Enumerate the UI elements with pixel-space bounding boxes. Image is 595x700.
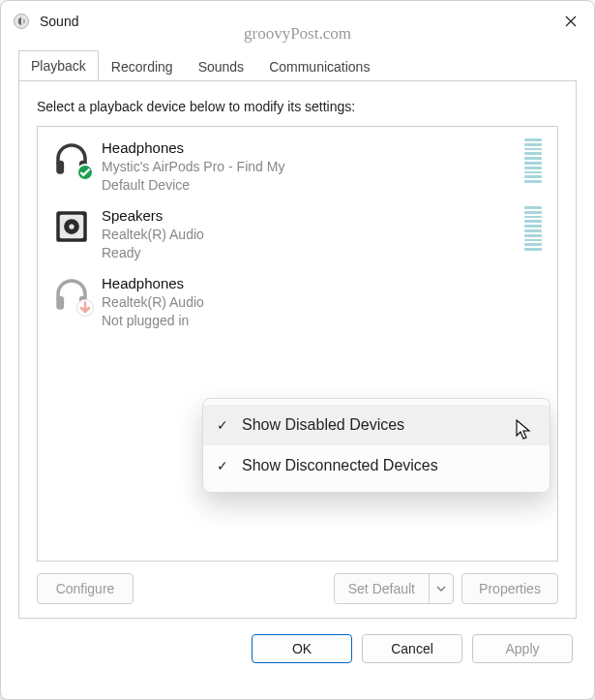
menu-show-disabled-devices[interactable]: ✓ Show Disabled Devices — [203, 405, 550, 445]
svg-rect-1 — [56, 161, 64, 174]
button-label: Properties — [479, 581, 541, 596]
button-label: Set Default — [348, 581, 415, 596]
tab-label: Playback — [31, 58, 86, 74]
chevron-down-icon[interactable] — [430, 574, 453, 603]
speaker-icon — [13, 13, 30, 30]
check-icon: ✓ — [217, 417, 242, 433]
device-name: Headphones — [102, 138, 517, 158]
unplugged-badge-icon — [76, 299, 94, 317]
device-subtitle: Realtek(R) Audio — [102, 226, 517, 244]
device-row[interactable]: Headphones Realtek(R) Audio Not plugged … — [38, 268, 557, 336]
sound-dialog: Sound groovyPost.com Playback Recording … — [0, 0, 595, 700]
close-icon — [565, 15, 577, 27]
context-menu: ✓ Show Disabled Devices ✓ Show Disconnec… — [202, 398, 550, 493]
device-row[interactable]: Headphones Mystic's AirPods Pro - Find M… — [38, 133, 557, 200]
button-label: OK — [292, 641, 312, 656]
button-label: Apply — [505, 641, 539, 656]
configure-button[interactable]: Configure — [37, 573, 134, 604]
headphones-icon — [51, 274, 92, 315]
svg-rect-7 — [56, 296, 64, 310]
device-subtitle: Realtek(R) Audio — [102, 293, 548, 312]
device-row[interactable]: Speakers Realtek(R) Audio Ready — [38, 200, 557, 268]
level-meter — [524, 206, 542, 251]
speaker-box-icon — [51, 206, 92, 247]
tab-label: Sounds — [198, 59, 244, 75]
close-button[interactable] — [548, 1, 594, 42]
apply-button[interactable]: Apply — [472, 634, 573, 663]
button-label: Configure — [56, 581, 115, 596]
properties-button[interactable]: Properties — [461, 573, 558, 604]
playback-panel: Select a playback device below to modify… — [18, 80, 577, 619]
panel-button-row: Configure Set Default Properties — [37, 573, 558, 604]
device-status: Ready — [102, 244, 517, 262]
check-icon: ✓ — [217, 458, 242, 473]
menu-item-label: Show Disconnected Devices — [242, 457, 532, 474]
tab-strip: Playback Recording Sounds Communications — [1, 49, 594, 81]
set-default-button[interactable]: Set Default — [334, 573, 454, 604]
menu-item-label: Show Disabled Devices — [242, 416, 532, 434]
tab-label: Communications — [269, 59, 370, 75]
device-status: Default Device — [102, 176, 517, 195]
tab-recording[interactable]: Recording — [99, 51, 186, 81]
device-status: Not plugged in — [102, 312, 548, 330]
window-title: Sound — [40, 14, 78, 29]
tab-playback[interactable]: Playback — [18, 50, 99, 81]
check-badge-icon — [76, 164, 94, 181]
cancel-button[interactable]: Cancel — [362, 634, 462, 663]
tab-sounds[interactable]: Sounds — [186, 51, 256, 81]
panel-instruction: Select a playback device below to modify… — [37, 99, 558, 114]
button-label: Cancel — [391, 641, 433, 656]
ok-button[interactable]: OK — [252, 634, 352, 663]
device-list[interactable]: Headphones Mystic's AirPods Pro - Find M… — [37, 126, 558, 562]
device-name: Headphones — [102, 274, 548, 293]
svg-point-6 — [69, 224, 74, 228]
level-meter — [524, 138, 542, 183]
menu-show-disconnected-devices[interactable]: ✓ Show Disconnected Devices — [203, 445, 550, 486]
device-subtitle: Mystic's AirPods Pro - Find My — [102, 158, 517, 176]
watermark: groovyPost.com — [244, 24, 351, 44]
titlebar: Sound groovyPost.com — [1, 1, 594, 42]
dialog-footer: OK Cancel Apply — [1, 619, 594, 683]
device-name: Speakers — [102, 206, 517, 226]
tab-communications[interactable]: Communications — [256, 51, 382, 81]
headphones-icon — [51, 138, 92, 179]
tab-label: Recording — [111, 59, 173, 75]
